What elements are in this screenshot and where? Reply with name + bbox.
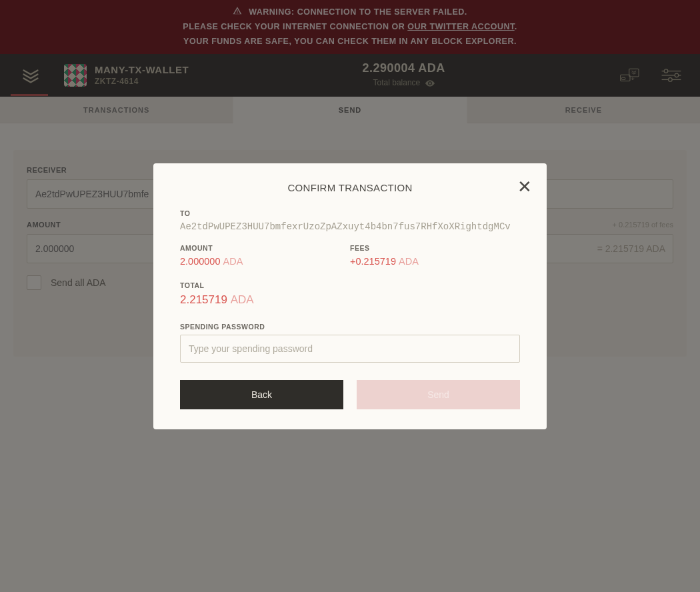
spending-password-input[interactable] — [180, 335, 520, 363]
modal-title: CONFIRM TRANSACTION — [173, 182, 527, 193]
modal-total-value: 2.215719 ADA — [180, 293, 520, 307]
confirm-transaction-modal: CONFIRM TRANSACTION ✕ TO Ae2tdPwUPEZ3HUU… — [153, 163, 547, 429]
spending-password-label: SPENDING PASSWORD — [180, 323, 520, 331]
modal-amount-label: AMOUNT — [180, 244, 350, 252]
to-address: Ae2tdPwUPEZ3HUU7bmfexrUzoZpAZxuyt4b4bn7f… — [180, 221, 520, 232]
to-label: TO — [180, 209, 520, 217]
modal-amount-value: 2.000000 ADA — [180, 256, 350, 267]
modal-fees-value: +0.215719 ADA — [350, 256, 520, 267]
back-button[interactable]: Back — [180, 380, 343, 409]
send-button[interactable]: Send — [357, 380, 520, 409]
modal-overlay: CONFIRM TRANSACTION ✕ TO Ae2tdPwUPEZ3HUU… — [0, 0, 700, 592]
modal-total-label: TOTAL — [180, 281, 520, 289]
close-icon[interactable]: ✕ — [517, 178, 532, 195]
modal-fees-label: FEES — [350, 244, 520, 252]
